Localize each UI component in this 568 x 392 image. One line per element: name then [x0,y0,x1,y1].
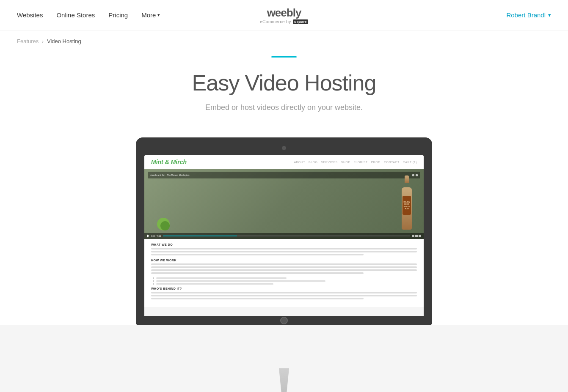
video-icon-2 [416,174,418,176]
nav-more[interactable]: More ▾ [141,11,160,19]
video-controls: 0:00 / 4:11 [144,233,424,239]
text-line [151,292,417,293]
site-what-we-do-text [151,248,417,255]
video-title-text: Janelle and Jon - The Modern Mixologists [150,174,189,176]
nav-websites[interactable]: Websites [17,11,43,19]
logo-sub-text: eCommerce by [260,19,291,24]
monitor-wrapper: Mint & Mirch ABOUT BLOG SERVICES SHOP FL… [0,125,568,325]
site-section-what-we-do: WHAT WE DO [151,243,417,246]
video-title-bar: Janelle and Jon - The Modern Mixologists [148,172,420,178]
hero-accent-line [271,56,297,58]
text-line [151,251,417,252]
text-line [151,263,417,265]
video-background: Janelle and Jon - The Modern Mixologists [144,169,424,239]
video-settings-icon [415,235,418,237]
logo-sub: eCommerce by Square [260,19,308,24]
site-nav-blog: BLOG [309,161,317,164]
logo-text: weebly [260,6,308,19]
site-nav-cart: CART (1) [403,161,417,164]
text-line [151,266,417,268]
nav-more-chevron-icon: ▾ [157,12,160,18]
bottle: BELOWDECKSPICEDRUM [398,175,415,230]
nav-left: Websites Online Stores Pricing More ▾ [17,11,160,19]
site-logo: Mint & Mirch [151,159,187,165]
nav-online-stores[interactable]: Online Stores [56,11,95,19]
site-navbar: Mint & Mirch ABOUT BLOG SERVICES SHOP FL… [144,155,424,169]
bottle-shape: BELOWDECKSPICEDRUM [402,187,412,230]
text-line [151,298,364,299]
bullet-item [156,280,325,282]
site-nav-shop: SHOP [341,161,350,164]
bullet-item [156,277,287,279]
site-nav-about: ABOUT [294,161,305,164]
monitor-stand-neck [271,368,297,392]
text-line [151,254,364,255]
text-line [151,295,417,296]
bottle-neck [405,175,409,183]
video-progress-fill [163,236,237,236]
video-time: 0:00 / 4:11 [151,235,161,237]
site-nav-contact: CONTACT [384,161,400,164]
site-nav-services: SERVICES [321,161,337,164]
bottle-label-text: BELOWDECKSPICEDRUM [404,201,410,210]
monitor-chin [136,316,432,325]
video-container: Janelle and Jon - The Modern Mixologists [144,169,424,239]
hero-title: Easy Video Hosting [8,70,560,96]
site-nav-links: ABOUT BLOG SERVICES SHOP FLORIST PROD CO… [294,161,417,164]
breadcrumb-current: Video Hosting [47,38,81,44]
breadcrumb-features-link[interactable]: Features [17,38,39,44]
breadcrumb: Features › Video Hosting [0,30,568,52]
monitor: Mint & Mirch ABOUT BLOG SERVICES SHOP FL… [136,137,432,325]
site-section-whos-behind: WHO'S BEHIND IT? [151,287,417,290]
site-section-how-we-work: HOW WE WORK [151,259,417,262]
video-fullscreen-icon [419,235,421,237]
site-whos-behind-text [151,292,417,299]
text-line [151,269,417,271]
navbar: Websites Online Stores Pricing More ▾ we… [0,0,568,30]
monitor-stand-area [0,325,568,392]
monitor-screen: Mint & Mirch ABOUT BLOG SERVICES SHOP FL… [144,155,424,316]
site-how-we-work-text [151,263,417,274]
video-progress-bar [163,236,410,236]
user-menu-chevron-icon[interactable]: ▾ [548,12,551,18]
nav-more-label: More [141,11,156,19]
site-bullet-list [156,277,417,285]
nav-pricing[interactable]: Pricing [108,11,128,19]
hero-section: Easy Video Hosting Embed or host videos … [0,52,568,125]
monitor-circle-icon [280,317,288,324]
hero-subtitle: Embed or host videos directly on your we… [8,103,560,112]
monitor-camera-icon [282,146,286,150]
square-logo: Square [293,19,308,24]
nav-right: Robert Brandl ▾ [506,11,551,19]
site-nav-florist: FLORIST [354,161,368,164]
lime-circle-2 [160,221,170,230]
video-play-icon [147,234,149,238]
video-volume-icon [412,235,414,237]
text-line [151,272,364,274]
bullet-item [156,283,273,285]
bottle-label: BELOWDECKSPICEDRUM [403,196,411,215]
monitor-body: Mint & Mirch ABOUT BLOG SERVICES SHOP FL… [136,137,432,316]
site-nav-prod: PROD [371,161,381,164]
user-name[interactable]: Robert Brandl [506,11,546,19]
text-line [151,248,417,249]
site-content: WHAT WE DO HOW WE WORK [144,239,424,307]
nav-logo[interactable]: weebly eCommerce by Square [260,6,308,24]
breadcrumb-separator-icon: › [42,39,44,44]
video-ctrl-icons [412,235,421,237]
lime-decoration [157,218,172,230]
